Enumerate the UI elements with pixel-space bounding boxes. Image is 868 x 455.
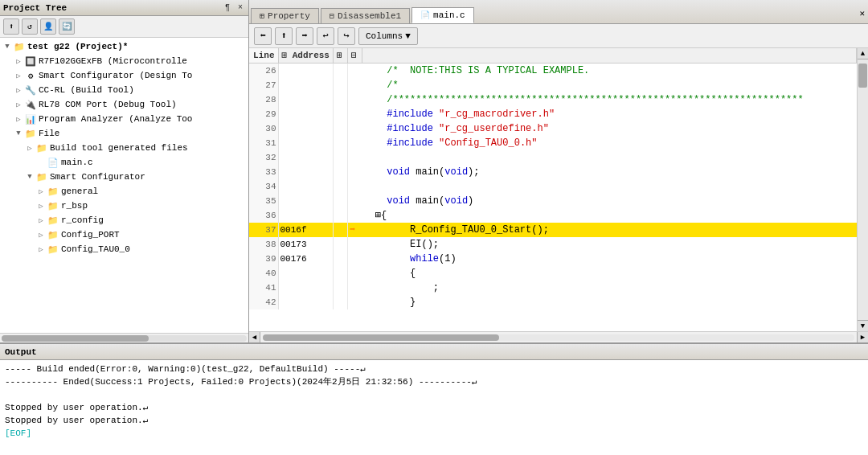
code-table: Line ⊞ Address ⊞ ⊟ 26 — [249, 48, 857, 309]
line-number: 27 — [249, 78, 278, 92]
tree-user-button[interactable]: 👤 — [40, 18, 56, 35]
expand-icon[interactable]: ▷ — [13, 100, 24, 109]
expand-icon[interactable]: ▷ — [13, 86, 24, 95]
tree-item-smartcfg[interactable]: ▷ ⚙ Smart Configurator (Design To — [0, 68, 248, 83]
editor-content[interactable]: Line ⊞ Address ⊞ ⊟ 26 — [249, 48, 857, 331]
tree-item-configtau[interactable]: ▷ 📁 Config_TAU0_0 — [0, 242, 248, 256]
line-addr — [278, 92, 333, 107]
tree-item-general[interactable]: ▷ 📁 general — [0, 184, 248, 199]
output-content[interactable]: ----- Build ended(Error:0, Warning:0)(te… — [0, 360, 868, 455]
line-bp — [333, 208, 347, 223]
code-line-29: 29 #include "r_cg_macrodriver.h" — [249, 107, 857, 121]
tree-item-root[interactable]: ▼ 📁 test g22 (Project)* — [0, 39, 248, 54]
scrollbar-thumb[interactable] — [858, 64, 867, 88]
expand-icon[interactable]: ▷ — [35, 216, 47, 225]
tree-item-mainc[interactable]: ▷ 📄 main.c — [0, 155, 248, 170]
line-pc — [347, 136, 362, 150]
expand-icon[interactable]: ▷ — [13, 115, 24, 124]
scrollbar-track[interactable] — [858, 59, 868, 320]
toolbar-redo-button[interactable]: ↪ — [338, 27, 355, 45]
code-line-37: 37 0016f ➡ R_Config_TAU0_0_Start(); — [249, 223, 857, 237]
tree-item-configport[interactable]: ▷ 📁 Config_PORT — [0, 228, 248, 242]
line-bp — [333, 136, 347, 150]
tree-horizontal-scrollbar[interactable] — [0, 333, 248, 342]
line-number: 30 — [249, 121, 278, 136]
line-number: 33 — [249, 165, 278, 179]
line-number: 41 — [249, 281, 278, 295]
tree-item-label: test g22 (Project)* — [27, 42, 128, 51]
project-tree-title: Project Tree — [3, 3, 67, 13]
expand-icon[interactable]: ▷ — [13, 72, 24, 80]
tree-item-label: CC-RL (Build Tool) — [39, 85, 134, 95]
tree-content[interactable]: ▼ 📁 test g22 (Project)* ▷ 🔲 R7F102GGExFB… — [0, 38, 248, 333]
editor-body: Line ⊞ Address ⊞ ⊟ 26 — [249, 48, 868, 331]
line-addr — [278, 78, 333, 92]
tree-sync-button[interactable]: 🔄 — [59, 18, 75, 35]
tree-item-rbsp[interactable]: ▷ 📁 r_bsp — [0, 199, 248, 213]
hscroll-left-button[interactable]: ◀ — [249, 332, 260, 343]
toolbar-forward-button[interactable]: ➡ — [296, 27, 313, 45]
expand-icon[interactable]: ▷ — [35, 245, 47, 254]
line-code: #include "r_cg_userdefine.h" — [362, 121, 856, 136]
line-addr — [278, 121, 333, 136]
hscroll-right-button[interactable]: ▶ — [857, 332, 868, 343]
line-bp — [333, 266, 347, 281]
line-code: /***************************************… — [362, 92, 856, 107]
expand-icon[interactable]: ▷ — [35, 202, 47, 211]
tab-disassemble1[interactable]: ⊟ Disassemble1 — [321, 8, 410, 23]
editor-horizontal-scrollbar[interactable]: ◀ ▶ — [249, 331, 868, 342]
scrollbar-down-button[interactable]: ▼ — [858, 320, 868, 331]
line-pc — [347, 64, 362, 79]
pin-button[interactable]: ¶ — [223, 3, 232, 12]
tree-item-ccrl[interactable]: ▷ 🔧 CC-RL (Build Tool) — [0, 83, 248, 97]
tree-up-button[interactable]: ⬆ — [3, 18, 19, 35]
close-panel-button[interactable]: × — [235, 3, 245, 12]
tree-item-micro[interactable]: ▷ 🔲 R7F102GGExFB (Microcontrolle — [0, 54, 248, 68]
scrollbar-up-button[interactable]: ▲ — [858, 48, 868, 59]
line-code: void main(void); — [362, 165, 856, 179]
toolbar-up-button[interactable]: ⬆ — [275, 27, 293, 45]
tree-scroll-thumb[interactable] — [2, 335, 149, 342]
panel-close-button[interactable]: ✕ — [859, 8, 868, 18]
editor-panel: ⊞ Property ⊟ Disassemble1 📄 main.c ✕ ⬅ ⬆… — [249, 0, 868, 342]
expand-icon[interactable]: ▼ — [2, 43, 13, 51]
tab-property[interactable]: ⊞ Property — [251, 8, 319, 23]
tree-item-label: main.c — [61, 158, 93, 167]
output-line-1: ----- Build ended(Error:0, Warning:0)(te… — [5, 363, 863, 375]
tree-item-file[interactable]: ▼ 📁 File — [0, 126, 248, 141]
tree-item-label: Smart Configurator — [50, 172, 145, 182]
tree-item-buildfiles[interactable]: ▷ 📁 Build tool generated files — [0, 141, 248, 155]
tree-item-rl78[interactable]: ▷ 🔌 RL78 COM Port (Debug Tool) — [0, 97, 248, 112]
tree-item-label: general — [61, 187, 98, 196]
tree-item-label: Config_TAU0_0 — [61, 244, 130, 254]
c-file-icon: 📄 — [47, 156, 59, 169]
expand-icon[interactable]: ▷ — [13, 57, 24, 66]
tab-mainc[interactable]: 📄 main.c — [411, 7, 474, 23]
output-line-5: Stopped by user operation.↵ — [5, 414, 863, 427]
tree-refresh-button[interactable]: ↺ — [22, 18, 38, 35]
line-pc — [347, 281, 362, 295]
editor-toolbar: ⬅ ⬆ ➡ ↩ ↪ Columns ▼ — [249, 24, 868, 48]
expand-icon[interactable]: ▷ — [24, 144, 35, 153]
line-code: EI(); — [362, 237, 856, 252]
expand-icon[interactable]: ▼ — [13, 129, 24, 137]
line-pc — [347, 92, 362, 107]
vertical-scrollbar[interactable]: ▲ ▼ — [857, 48, 868, 331]
toolbar-back-button[interactable]: ⬅ — [254, 27, 272, 45]
expand-icon[interactable]: ▷ — [35, 187, 47, 196]
expand-icon[interactable]: ▷ — [35, 231, 47, 240]
tree-item-proganalyzer[interactable]: ▷ 📊 Program Analyzer (Analyze Too — [0, 112, 248, 126]
expand-icon[interactable]: ▼ — [24, 173, 35, 181]
tree-item-rconfig[interactable]: ▷ 📁 r_config — [0, 213, 248, 228]
toolbar-undo-button[interactable]: ↩ — [317, 27, 334, 45]
output-line-6: [EOF] — [5, 427, 863, 440]
columns-button[interactable]: Columns ▼ — [358, 27, 418, 45]
hscroll-thumb[interactable] — [263, 334, 499, 341]
tab-property-label: Property — [268, 11, 310, 21]
expand-icon: ▷ — [35, 158, 47, 167]
line-code — [362, 179, 856, 194]
tree-scroll-track[interactable] — [2, 335, 247, 342]
tree-item-smartcfg2[interactable]: ▼ 📁 Smart Configurator — [0, 170, 248, 184]
output-line-3 — [5, 388, 863, 401]
hscroll-track[interactable] — [263, 334, 854, 341]
